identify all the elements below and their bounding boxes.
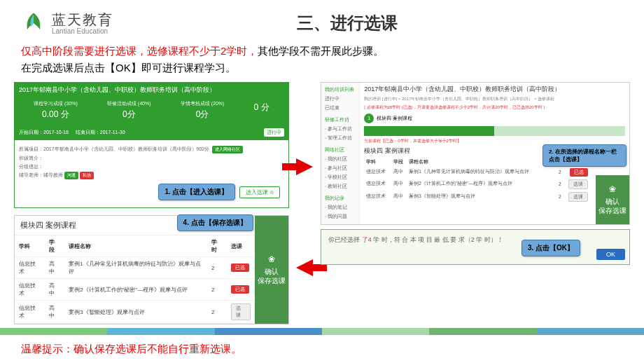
arrow-right-icon: [296, 158, 313, 175]
ok-button[interactable]: OK: [596, 249, 625, 260]
callout-3: 3. 点击【OK】: [522, 240, 580, 256]
panel1-title: 2017年郁南县中小学（含幼儿园、中职校）教师职务培训（高中阶段）: [15, 83, 288, 97]
sub-note: 当前课程【已选：0学时，并需选修大于等于2学时】: [364, 138, 625, 144]
sidebar: 我的培训列表 进行中 已结束 研修工作坊 ◦ 参与工作坊 ◦ 管理工作坊 网络社…: [321, 83, 360, 224]
dlg-text2: 学 时，符 合 本 项 目 最 低 要 求（2 学 时）！: [373, 236, 503, 243]
confirm-label2: 保存选课: [258, 276, 286, 285]
course-table-panel: 4. 点击【保存选课】 模块四 案例课程 学科 学段 课程名称 学时 选课 信息…: [14, 215, 289, 324]
table-row: 信息技术高中案例1《几种常见计算机病毒的特征与防治》观摩与点评2已选: [364, 167, 590, 178]
stat-lbl: 研修活动成绩 (40%): [107, 100, 151, 107]
leaf-icon: ❀: [609, 184, 616, 196]
decorative-bar: [0, 328, 644, 335]
confirm-save-button[interactable]: ❀ 确认 保存选课: [255, 216, 288, 324]
arrow-left-icon: [296, 259, 313, 276]
header: 蓝天教育 Lantian Education 三、进行选课: [0, 0, 644, 43]
select-button[interactable]: 选课: [231, 303, 251, 320]
msg-tag[interactable]: 私信: [80, 172, 94, 179]
breadcrumb: 我的培训 [进行中] > 2017年郁南县中小学（含幼儿园、中职校）教师职务培训…: [364, 96, 625, 102]
sidebar-item[interactable]: ◦ 我的问题: [323, 212, 358, 221]
class-line: 班级简介：: [19, 155, 284, 162]
sidebar-item[interactable]: ◦ 管理工作坊: [323, 134, 358, 143]
project-line: 所属项目：2017年郁南县中小学（含幼儿园、中职校）教师职务培训（高中阶段）90…: [19, 146, 209, 151]
table-row: 信息技术高中案例2《计算机工作的"秘密"—程序》观摩与点评2选课: [364, 178, 590, 191]
col-name: 课程名称: [64, 235, 207, 257]
stat-val: 0 分: [254, 102, 270, 114]
sidebar-item[interactable]: 网络社区: [323, 146, 358, 155]
intro-text: 仅高中阶段需要进行选课，选修课程不少于2学时，其他学段不需开展此步骤。 在完成选…: [0, 43, 644, 82]
step-circle-icon: 1: [364, 114, 374, 123]
status-badge: 进行中: [264, 128, 284, 137]
intro-line2: 在完成选课后点击【OK】即可进行课程学习。: [21, 62, 236, 74]
stat-lbl: 课程学习成绩 (30%): [34, 100, 78, 107]
intro-black: 其他学段不需开展此步骤。: [258, 45, 384, 57]
sidebar-item[interactable]: 我的培训列表: [323, 85, 358, 95]
sidebar-item[interactable]: ◦ 学校社区: [323, 173, 358, 182]
confirm-save-button-2[interactable]: ❀ 确认 保存选课: [596, 175, 629, 224]
leaf-icon: ❀: [268, 254, 275, 266]
col-hours: 学时: [207, 235, 227, 257]
start-date: 开始日期：2017-10-18: [19, 129, 69, 136]
stat-val: 0.00 分: [34, 109, 78, 121]
callout-2: 2. 在所选择的课程名称一栏点击【选课】: [542, 144, 626, 167]
chat-tag[interactable]: 沟通: [64, 172, 78, 179]
table-row: 信息技术高中案例3《智能处理》观摩与点评2选课: [364, 191, 590, 203]
select-button[interactable]: 已选: [231, 285, 249, 294]
callout-4: 4. 点击【保存选课】: [177, 214, 253, 231]
panel3-title: 2017年郁南县中小学（含幼儿园、中职校）教师职务培训（高中阶段）: [364, 85, 625, 94]
sidebar-item[interactable]: 研修工作坊: [323, 116, 358, 125]
dlg-text: 你已经选择: [328, 236, 360, 243]
sidebar-item[interactable]: 我的记录: [323, 194, 358, 203]
stat-val: 0分: [107, 109, 151, 121]
col-sel: 选课: [227, 235, 255, 257]
sidebar-item[interactable]: ◦ 参与社区: [323, 164, 358, 173]
end-date: 结束日期：2017-11-30: [76, 129, 125, 136]
stats-row: 课程学习成绩 (30%)0.00 分 研修活动成绩 (40%)0分 学情考核成绩…: [15, 97, 288, 126]
stat-lbl: 学情考核成绩 (20%): [181, 100, 225, 107]
stat-val: 0分: [181, 109, 225, 121]
dashboard-panel: 2017年郁南县中小学（含幼儿园、中职校）教师职务培训（高中阶段） 课程学习成绩…: [14, 82, 289, 208]
dlg-count: 了4: [362, 236, 372, 243]
select-button[interactable]: 选课: [568, 179, 588, 189]
page-title: 三、进行选课: [71, 12, 623, 34]
community-button[interactable]: 进入网络社区: [212, 146, 243, 153]
col-subject: 学科: [15, 235, 45, 257]
course-select-panel: 我的培训列表 进行中 已结束 研修工作坊 ◦ 参与工作坊 ◦ 管理工作坊 网络社…: [321, 82, 630, 225]
hours-note: [ 必修课程为18学时 (已选)，只需要选择选修课程不少于2学时，共计满20学时…: [364, 104, 625, 111]
table-row: 信息技术高中案例1《几种常见计算机病毒的特征与防治》观摩与点评2已选: [15, 257, 255, 279]
logo-icon: [21, 11, 46, 36]
enter-select-button[interactable]: 进入选课 ⊙: [239, 186, 280, 198]
select-button[interactable]: 选课: [568, 192, 588, 202]
sidebar-item[interactable]: ◦ 我的社区: [323, 155, 358, 164]
tutor-line: 辅导老师：辅导教师: [19, 172, 63, 177]
step-label: 模块四 案例课程: [377, 115, 412, 122]
table-row: 信息技术高中案例2《计算机工作的"秘密"—程序》观摩与点评2已选: [15, 279, 255, 301]
sidebar-item[interactable]: 已结束: [323, 104, 358, 113]
progress-bar: [364, 126, 625, 136]
callout-1: 1. 点击【进入选课】: [158, 184, 234, 200]
table-row: 信息技术高中案例3《智能处理》观摩与点评2选课: [15, 301, 255, 324]
select-button[interactable]: 已选: [231, 263, 249, 272]
sidebar-item[interactable]: 进行中: [323, 95, 358, 104]
sidebar-item[interactable]: ◦ 我的笔记: [323, 203, 358, 212]
confirm-label1: 确认: [265, 267, 279, 276]
group-line: 分组信息：: [19, 163, 284, 170]
confirm-dialog-panel: 你已经选择 了4 学 时，符 合 本 项 目 最 低 要 求（2 学 时）！ 3…: [321, 229, 630, 265]
sidebar-item[interactable]: ◦ 参与工作坊: [323, 125, 358, 134]
col-stage: 学段: [45, 235, 64, 257]
sidebar-item[interactable]: ◦ 教研社区: [323, 182, 358, 191]
select-button[interactable]: 已选: [570, 168, 588, 177]
intro-red: 仅高中阶段需要进行选课，选修课程不少于2学时，: [21, 45, 258, 57]
warning-tip: 温馨提示：确认保存选课后不能自行重新选课。: [21, 343, 241, 356]
